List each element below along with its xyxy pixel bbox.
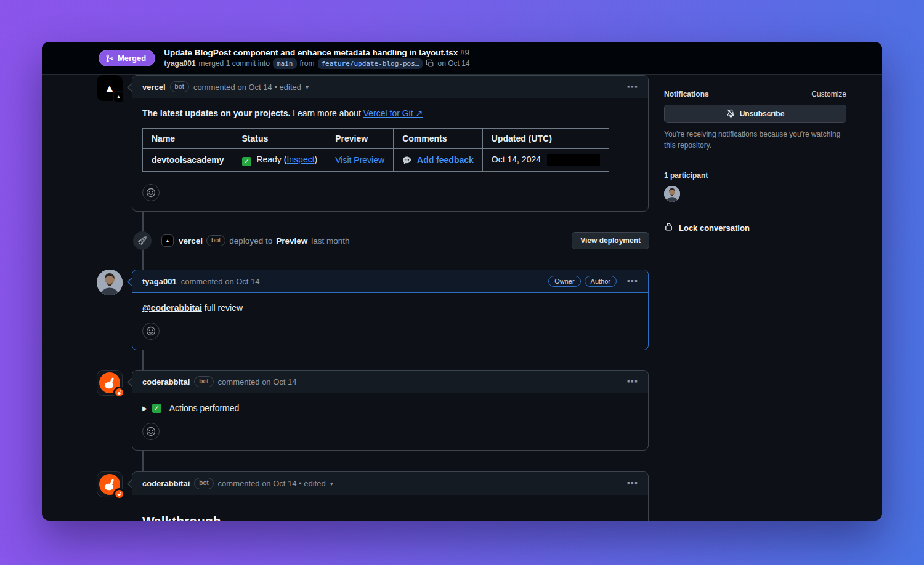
vercel-intro-text: The latest updates on your projects. Lea… xyxy=(142,108,638,118)
updated-date: Oct 14, 2024 xyxy=(492,154,541,164)
walkthrough-heading: Walkthrough xyxy=(142,514,638,521)
bot-badge: bot xyxy=(206,235,225,246)
customize-link[interactable]: Customize xyxy=(811,90,846,98)
success-check-icon: ✓ xyxy=(152,404,161,413)
vercel-comment-item: ▲ ▲ vercel bot commented on Oct 14 • edi… xyxy=(132,75,649,212)
deployments-table: Name Status Preview Comments Updated (UT… xyxy=(142,128,609,172)
comment-author-link[interactable]: vercel xyxy=(142,82,166,92)
rabbit-comment-item: coderabbitai bot commented on Oct 14 ⋯ ▶… xyxy=(132,370,649,451)
deploy-author-link[interactable]: vercel xyxy=(179,236,203,246)
bot-badge: bot xyxy=(194,478,213,489)
details-label: Actions performed xyxy=(169,403,240,413)
timeline-column: ▲ ▲ vercel bot commented on Oct 14 • edi… xyxy=(132,75,649,521)
coderabbitai-avatar[interactable] xyxy=(97,370,123,396)
edited-dropdown-caret-icon[interactable]: ▾ xyxy=(306,84,309,90)
pr-conversation-area: ▲ ▲ vercel bot commented on Oct 14 • edi… xyxy=(42,75,882,521)
sidebar-divider xyxy=(664,212,846,212)
coderabbitai-mention-link[interactable]: @coderabbitai xyxy=(142,303,202,313)
add-reaction-button[interactable] xyxy=(142,184,160,201)
project-name: devtoolsacademy xyxy=(152,155,224,165)
col-header-name: Name xyxy=(143,129,233,149)
participants-count: 1 participant xyxy=(664,171,846,180)
copy-branch-icon[interactable] xyxy=(426,59,434,68)
rabbit-comment-header-2: coderabbitai bot commented on Oct 14 • e… xyxy=(132,472,648,495)
vercel-for-git-link[interactable]: Vercel for Git ↗ xyxy=(363,108,423,118)
deployment-event-text: vercel bot deployed to Preview last mont… xyxy=(179,235,349,246)
rabbit-comment-card: coderabbitai bot commented on Oct 14 ⋯ ▶… xyxy=(132,370,649,451)
user-comment-body: @coderabbitai full review xyxy=(132,293,648,350)
rabbit-comment-header: coderabbitai bot commented on Oct 14 ⋯ xyxy=(132,371,648,393)
actions-performed-details-toggle[interactable]: ▶ ✓ Actions performed xyxy=(142,403,638,413)
lock-icon xyxy=(664,222,673,233)
pr-number: #9 xyxy=(460,48,469,57)
unsubscribe-button[interactable]: Unsubscribe xyxy=(664,105,846,123)
ready-check-icon: ✓ xyxy=(242,157,251,166)
lock-conversation-button[interactable]: Lock conversation xyxy=(664,222,846,233)
vercel-comment-card: vercel bot commented on Oct 14 • edited … xyxy=(132,75,649,212)
github-pr-window: Merged Update BlogPost component and enh… xyxy=(42,42,882,521)
vercel-bot-avatar[interactable]: ▲ ▲ xyxy=(97,75,123,101)
deploy-environment: Preview xyxy=(276,236,307,246)
rabbit-comment-card-2: coderabbitai bot commented on Oct 14 • e… xyxy=(132,471,649,521)
add-reaction-button[interactable] xyxy=(142,323,160,340)
comment-meta: commented on Oct 14 • edited xyxy=(193,82,301,92)
base-branch-chip[interactable]: main xyxy=(273,58,297,69)
user-comment-item: tyaga001 commented on Oct 14 Owner Autho… xyxy=(132,270,649,350)
comment-text: @coderabbitai full review xyxy=(142,303,638,313)
add-reaction-button[interactable] xyxy=(142,423,160,440)
notifications-title: Notifications xyxy=(664,90,709,98)
comment-meta: commented on Oct 14 xyxy=(181,277,260,286)
col-header-preview: Preview xyxy=(326,129,394,149)
tyaga001-avatar[interactable] xyxy=(97,270,123,295)
notification-notice: You're receiving notifications because y… xyxy=(664,129,846,151)
comment-options-kebab-icon[interactable]: ⋯ xyxy=(626,379,638,385)
comment-author-link[interactable]: coderabbitai xyxy=(142,479,190,488)
pr-title: Update BlogPost component and enhance me… xyxy=(164,48,469,57)
coderabbit-integration-badge-icon xyxy=(113,488,125,500)
comment-bubble-icon xyxy=(402,156,411,165)
comment-options-kebab-icon[interactable]: ⋯ xyxy=(626,84,638,90)
inspect-link[interactable]: Inspect xyxy=(286,154,314,164)
bell-slash-icon xyxy=(726,108,736,119)
merged-status-badge: Merged xyxy=(99,50,155,66)
deployment-event-row: ▲ vercel bot deployed to Preview last mo… xyxy=(132,231,649,250)
vercel-comment-body: The latest updates on your projects. Lea… xyxy=(132,98,648,211)
comment-author-link[interactable]: coderabbitai xyxy=(142,377,190,387)
details-marker-icon: ▶ xyxy=(142,405,147,412)
visit-preview-link[interactable]: Visit Preview xyxy=(335,155,384,165)
merged-badge-label: Merged xyxy=(118,54,146,63)
comment-options-kebab-icon[interactable]: ⋯ xyxy=(626,480,638,486)
col-header-status: Status xyxy=(233,129,326,149)
pr-sticky-header: Merged Update BlogPost component and enh… xyxy=(42,42,882,75)
owner-badge: Owner xyxy=(548,276,580,287)
sidebar-divider xyxy=(664,161,846,161)
comment-options-kebab-icon[interactable]: ⋯ xyxy=(626,278,638,284)
edited-dropdown-caret-icon[interactable]: ▾ xyxy=(330,480,333,487)
pr-sidebar: Notifications Customize Unsubscribe You'… xyxy=(664,75,846,521)
coderabbit-integration-badge-icon xyxy=(113,387,125,398)
add-feedback-link[interactable]: Add feedback xyxy=(417,155,474,165)
comment-meta: commented on Oct 14 • edited xyxy=(218,479,326,488)
col-header-comments: Comments xyxy=(394,129,483,149)
participant-avatar[interactable] xyxy=(664,186,680,202)
rabbit-comment-body: ▶ ✓ Actions performed xyxy=(132,393,648,450)
pr-author[interactable]: tyaga001 xyxy=(164,59,195,68)
user-comment-header: tyaga001 commented on Oct 14 Owner Autho… xyxy=(132,270,648,293)
git-merge-icon xyxy=(105,54,114,63)
comment-author-link[interactable]: tyaga001 xyxy=(142,277,177,286)
table-row: devtoolsacademy ✓ Ready (Inspect) Visit … xyxy=(143,149,609,172)
coderabbitai-avatar[interactable] xyxy=(97,471,123,497)
bot-badge: bot xyxy=(170,81,189,92)
vercel-comment-header: vercel bot commented on Oct 14 • edited … xyxy=(132,76,648,98)
redacted-time-box xyxy=(547,154,600,166)
author-badge: Author xyxy=(585,276,617,287)
bot-badge: bot xyxy=(194,376,213,387)
rabbit-comment-item-2: coderabbitai bot commented on Oct 14 • e… xyxy=(132,471,649,521)
pr-merge-summary: tyaga001 merged 1 commit into main from … xyxy=(164,58,469,69)
head-branch-chip[interactable]: feature/update-blog-pos… xyxy=(318,58,423,69)
col-header-updated: Updated (UTC) xyxy=(482,129,609,149)
rocket-icon xyxy=(133,231,152,250)
view-deployment-button[interactable]: View deployment xyxy=(572,232,649,249)
vercel-integration-badge-icon: ▲ xyxy=(113,91,124,103)
vercel-mini-avatar[interactable]: ▲ xyxy=(161,234,174,247)
